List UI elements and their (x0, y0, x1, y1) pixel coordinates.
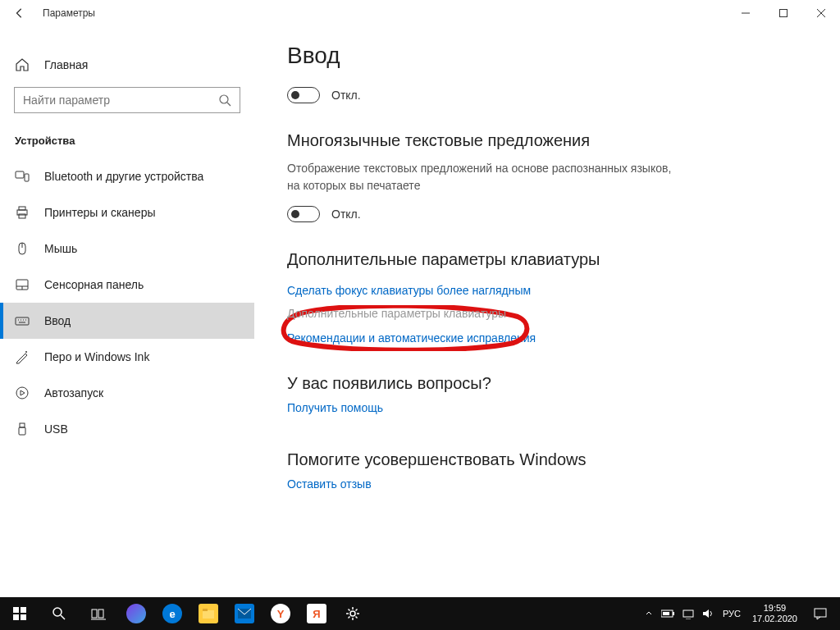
svg-rect-9 (19, 207, 25, 210)
sidebar-item-typing[interactable]: Ввод (0, 303, 254, 339)
feedback-heading: Помогите усовершенствовать Windows (287, 450, 807, 469)
sidebar-item-mouse[interactable]: Мышь (0, 231, 254, 267)
toggle-1-label: Откл. (331, 89, 361, 102)
windows-icon (12, 606, 27, 621)
system-tray: РУС 19:59 17.02.2020 (639, 597, 840, 630)
tray-notifications[interactable] (804, 607, 837, 620)
taskbar-search[interactable] (39, 597, 79, 630)
nav-label: Мышь (44, 242, 77, 255)
usb-icon (15, 422, 30, 436)
search-icon (218, 94, 231, 107)
sidebar-section-label: Устройства (0, 113, 254, 158)
svg-rect-29 (21, 614, 26, 620)
close-button[interactable] (802, 0, 840, 26)
link-corrections[interactable]: Рекомендации и автоматические исправлени… (287, 331, 807, 345)
close-icon (817, 9, 825, 17)
titlebar: Параметры (0, 0, 840, 26)
svg-point-30 (53, 608, 62, 616)
svg-rect-33 (98, 609, 103, 618)
back-arrow-icon (14, 7, 25, 19)
tray-language[interactable]: РУС (718, 609, 746, 619)
svg-rect-7 (25, 174, 29, 181)
back-button[interactable] (0, 0, 39, 26)
sidebar-item-bluetooth[interactable]: Bluetooth и другие устройства (0, 158, 254, 194)
pen-icon (15, 349, 30, 364)
link-feedback[interactable]: Оставить отзыв (287, 477, 807, 491)
svg-rect-44 (815, 609, 826, 617)
nav-label: Принтеры и сканеры (44, 206, 155, 219)
sidebar-item-touchpad[interactable]: Сенсорная панель (0, 267, 254, 303)
touchpad-icon (15, 277, 30, 292)
svg-rect-35 (203, 610, 214, 619)
search-box[interactable] (14, 87, 240, 113)
tray-volume-icon[interactable] (698, 597, 718, 630)
sidebar: Главная Устройства Bluetooth и другие ус… (0, 26, 254, 597)
svg-point-4 (220, 95, 228, 103)
tray-network-icon[interactable] (678, 597, 698, 630)
tray-overflow[interactable] (639, 597, 659, 630)
task-view-button[interactable] (79, 597, 118, 630)
content-area: Ввод Откл. Многоязычные текстовые предло… (254, 26, 840, 597)
minimize-button[interactable] (727, 0, 765, 26)
questions-heading: У вас появились вопросы? (287, 374, 807, 393)
nav-label: Ввод (44, 314, 71, 327)
nav-label: Сенсорная панель (44, 278, 144, 291)
sidebar-item-autoplay[interactable]: Автозапуск (0, 375, 254, 411)
search-icon (52, 606, 66, 621)
advanced-heading: Дополнительные параметры клавиатуры (287, 250, 807, 269)
page-title: Ввод (287, 43, 807, 69)
link-advanced-keyboard[interactable]: Дополнительные параметры клавиатуры (287, 307, 807, 320)
taskbar-app-settings[interactable] (335, 597, 371, 630)
svg-point-38 (350, 611, 355, 616)
tray-battery-icon[interactable] (659, 597, 678, 630)
taskbar: e Y Я РУС 19:59 17.02.2020 (0, 597, 840, 630)
maximize-icon (779, 9, 788, 17)
taskbar-app-yandex2[interactable]: Я (299, 597, 335, 630)
link-focus[interactable]: Сделать фокус клавиатуры более наглядным (287, 284, 807, 297)
sidebar-item-pen[interactable]: Перо и Windows Ink (0, 339, 254, 375)
svg-rect-24 (20, 423, 25, 427)
svg-rect-32 (92, 609, 97, 618)
svg-point-22 (25, 351, 27, 353)
autoplay-icon (15, 386, 30, 400)
taskbar-app-alice[interactable] (118, 597, 154, 630)
gear-icon (345, 605, 361, 622)
mouse-icon (15, 241, 30, 256)
nav-label: Перо и Windows Ink (44, 350, 149, 363)
sidebar-item-usb[interactable]: USB (0, 411, 254, 447)
task-view-icon (91, 606, 106, 621)
svg-point-23 (16, 387, 28, 399)
tray-time: 19:59 (752, 603, 797, 614)
tray-date: 17.02.2020 (752, 614, 797, 624)
sidebar-item-printers[interactable]: Принтеры и сканеры (0, 194, 254, 231)
svg-rect-27 (21, 607, 26, 613)
home-label: Главная (44, 58, 88, 71)
taskbar-app-mail[interactable] (226, 597, 262, 630)
svg-rect-16 (16, 317, 29, 325)
svg-rect-40 (673, 612, 674, 615)
taskbar-app-edge[interactable]: e (154, 597, 190, 630)
svg-rect-1 (780, 10, 788, 17)
start-button[interactable] (0, 597, 39, 630)
taskbar-app-explorer[interactable] (190, 597, 226, 630)
nav-label: Автозапуск (44, 386, 103, 399)
svg-rect-41 (663, 612, 669, 615)
toggle-multilang[interactable] (287, 206, 320, 222)
multilang-heading: Многоязычные текстовые предложения (287, 131, 807, 150)
nav-label: USB (44, 422, 68, 436)
search-input[interactable] (23, 94, 218, 107)
toggle-1[interactable] (287, 87, 320, 103)
maximize-button[interactable] (765, 0, 802, 26)
devices-icon (15, 169, 30, 184)
home-nav[interactable]: Главная (0, 51, 254, 79)
minimize-icon (742, 9, 750, 17)
home-icon (15, 57, 30, 72)
tray-clock[interactable]: 19:59 17.02.2020 (746, 603, 804, 624)
svg-line-31 (61, 615, 65, 619)
taskbar-app-yandex1[interactable]: Y (262, 597, 299, 630)
link-get-help[interactable]: Получить помощь (287, 401, 807, 414)
multilang-desc: Отображение текстовых предложений на осн… (287, 160, 681, 194)
svg-rect-36 (203, 609, 208, 611)
keyboard-icon (15, 313, 30, 328)
svg-rect-26 (13, 607, 19, 613)
